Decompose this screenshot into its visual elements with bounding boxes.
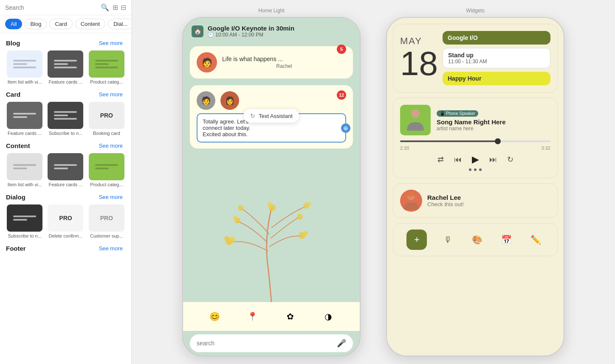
dialog-items-grid: Subscribe to n... PRO Delete confirm... … [0,204,131,238]
item-label: Item list with vi... [8,79,42,84]
item-label: Feature cards ... [48,182,82,187]
list-item[interactable]: PRO Customer sup... [88,204,125,238]
dialog-see-more-button[interactable]: See more [96,193,125,201]
content-section-header: Content See more [0,136,131,153]
progress-bar[interactable] [400,140,550,142]
event-name: Google I/O [448,34,545,41]
dialog-section-header: Dialog See more [0,187,131,204]
msg-widget-info: Rachel Lee Check this out! [427,194,464,207]
add-action-button[interactable]: + [406,230,427,250]
list-item[interactable]: Subscribe to n... [6,204,43,238]
calendar-action-icon[interactable]: 📅 [499,232,515,248]
filter-all[interactable]: All [5,19,22,29]
chat-avatar-2: 👩 [220,91,239,110]
list-item[interactable]: Item list with vi... [6,153,43,187]
filter-content[interactable]: Content [75,19,106,29]
blog-items-grid: Item list with vi... Feature cards ... P… [0,50,131,84]
item-thumb [48,102,83,129]
shuffle-button[interactable]: ⇄ [437,155,444,164]
home-light-phone: 🏠 Google I/O Keynote in 30min 🕙 10:00 AM… [182,17,361,356]
mic-icon[interactable]: 🎤 [337,339,346,348]
search-input[interactable] [5,4,97,11]
progress-fill [400,140,498,142]
plus-button[interactable]: ⊕ [341,123,350,133]
text-assistant-popup[interactable]: ↻ Text Assistant [243,109,299,123]
filter-dialog[interactable]: Dial... [108,19,131,29]
message-badge: 5 [337,45,346,54]
item-label: Subscribe to n... [49,131,83,136]
calendar-event-google[interactable]: Google I/O [443,31,550,45]
calendar-event-standup[interactable]: Stand up 11:00 - 11:30 AM [443,48,550,68]
item-label: Product categ... [90,182,123,187]
dialog-section-title: Dialog [6,193,25,201]
list-item[interactable]: Feature cards ... [47,153,84,187]
prev-button[interactable]: ⏮ [454,155,462,164]
content-section-title: Content [6,142,30,149]
message-card[interactable]: 🧑 Life is what happens ... Rachel 5 [190,46,353,78]
list-item[interactable]: Product categ... [88,50,125,84]
bottom-search-input[interactable] [197,340,333,347]
dot-2 [474,168,477,171]
item-thumb [89,153,124,180]
music-artist: artist name here [437,126,550,132]
event-name: Happy Hour [448,75,545,82]
main-area: Home Light 🏠 Google I/O Keynote in 30min… [132,0,615,364]
footer-section-title: Footer [6,245,26,252]
grid-icon-1[interactable]: ⊞ [113,3,118,11]
chat-avatars: 🧑 👩 [197,91,346,110]
home-light-section: Home Light 🏠 Google I/O Keynote in 30min… [182,8,361,356]
list-item[interactable]: Product categ... [88,153,125,187]
grid-icon-2[interactable]: ⊟ [121,3,126,11]
widget-container: MAY 18 Google I/O Stand up 11:00 - 11:30… [387,18,564,356]
card-section-title: Card [6,91,20,98]
list-item[interactable]: Item list with vi... [6,50,43,84]
item-thumb [48,50,83,78]
event-time: 🕙 10:00 AM - 12:00 PM [208,32,351,38]
pro-badge: PRO [100,215,113,221]
play-button[interactable]: ▶ [472,154,479,165]
list-item[interactable]: Subscribe to n... [47,102,84,136]
chat-avatar-1: 🧑 [197,91,215,110]
message-widget[interactable]: Rachel Lee Check this out! [393,183,558,218]
msg-line-2: connect later today. [203,125,340,131]
avatar: 🧑 [197,52,217,73]
time-current: 2:20 [400,146,409,151]
content-items-grid: Item list with vi... Feature cards ... P… [0,153,131,187]
filter-tabs: All Blog Card Content Dial... [0,15,131,33]
item-thumb: PRO [89,102,124,129]
location-nav-button[interactable]: 📍 [243,307,262,326]
widgets-label: Widgets [466,8,484,17]
list-item[interactable]: PRO Delete confirm... [47,204,84,238]
next-button[interactable]: ⏭ [489,155,497,164]
item-label: Feature cards ... [8,131,42,136]
item-thumb [7,153,42,180]
svg-point-2 [229,237,235,243]
pencil-action-icon[interactable]: ✏️ [528,232,544,248]
calendar-event-happy[interactable]: Happy Hour [443,72,550,85]
msg-widget-sender: Rachel Lee [427,194,464,201]
dot-1 [469,168,471,171]
filter-blog[interactable]: Blog [25,19,47,29]
svg-point-12 [267,202,272,207]
msg-widget-avatar [400,190,422,212]
emoji-nav-button[interactable]: 😊 [206,307,224,326]
list-item[interactable]: PRO Booking card [88,102,125,136]
list-item[interactable]: Feature cards ... [6,102,43,136]
repeat-button[interactable]: ↻ [507,155,513,164]
contrast-nav-button[interactable]: ◑ [319,307,338,326]
footer-see-more-button[interactable]: See more [96,244,125,252]
card-see-more-button[interactable]: See more [96,90,125,98]
widgets-phone: MAY 18 Google I/O Stand up 11:00 - 11:30… [386,17,564,356]
message-sender: Rachel [222,63,346,69]
content-see-more-button[interactable]: See more [96,142,125,150]
fan-nav-button[interactable]: ✿ [281,307,300,326]
mic-action-icon[interactable]: 🎙 [440,232,456,248]
pro-badge: PRO [59,215,72,221]
svg-point-10 [307,202,311,206]
palette-action-icon[interactable]: 🎨 [469,232,485,248]
item-thumb: PRO [89,204,124,232]
filter-card[interactable]: Card [49,19,72,29]
search-bar: 🔍 ⊞ ⊟ [0,0,131,15]
list-item[interactable]: Feature cards ... [47,50,84,84]
blog-see-more-button[interactable]: See more [96,39,125,47]
